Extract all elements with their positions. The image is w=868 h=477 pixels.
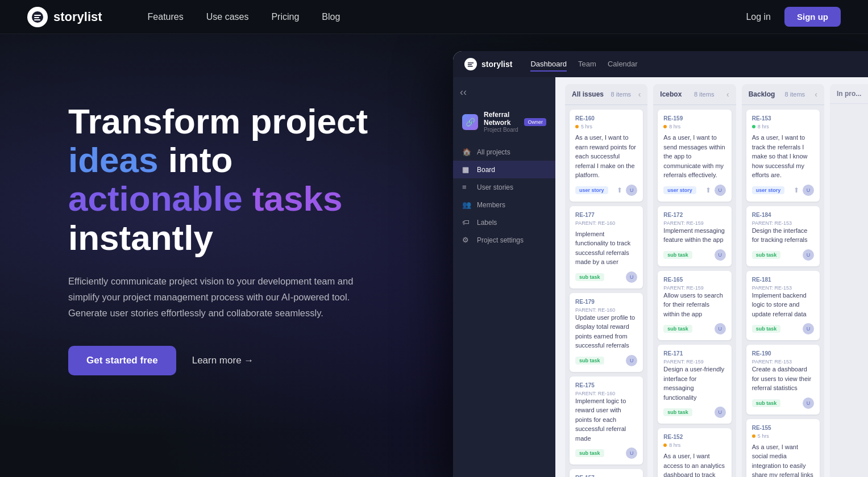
card-tag: sub task — [575, 273, 604, 281]
nav-blog[interactable]: Blog — [322, 12, 340, 22]
column-all-issues-collapse[interactable]: ‹ — [638, 90, 641, 99]
card-RE-184: RE-184 PARENT: RE-153 Design the interfa… — [746, 206, 820, 266]
card-text: Implement backend logic to store and upd… — [752, 291, 814, 319]
card-parent: PARENT: RE-153 — [752, 285, 814, 291]
hero-title: Transform project ideas into actionable … — [68, 102, 387, 257]
card-footer: sub task U — [575, 447, 637, 459]
hero-title-instantly: instantly — [68, 218, 213, 257]
svg-rect-1 — [34, 15, 41, 16]
brand-logo[interactable]: storylist — [27, 7, 102, 27]
card-id: RE-190 — [752, 350, 814, 357]
card-RE-177: RE-177 PARENT: RE-160 Implement function… — [570, 206, 643, 288]
card-tag: user story — [575, 186, 608, 194]
card-parent: PARENT: RE-153 — [752, 359, 814, 365]
nav-use-cases[interactable]: Use cases — [206, 12, 249, 22]
sidebar-item-project-settings[interactable]: ⚙ Project settings — [453, 231, 555, 249]
card-text: As a user, I want access to an analytics… — [663, 451, 725, 477]
hero-title-line1: Transform project — [68, 102, 368, 141]
card-id: RE-177 — [575, 212, 637, 218]
column-icebox-title: Icebox — [660, 90, 682, 98]
card-id: RE-171 — [663, 350, 725, 357]
card-id: RE-153 — [752, 115, 814, 122]
card-RE-152: RE-152 8 hrs As a user, I want access to… — [658, 428, 731, 477]
card-tag: sub task — [663, 251, 692, 259]
get-started-button[interactable]: Get started free — [68, 346, 176, 375]
card-parent: PARENT: RE-159 — [663, 220, 725, 226]
list-icon: ≡ — [462, 183, 471, 191]
card-parent: PARENT: RE-160 — [575, 391, 637, 396]
home-icon: 🏠 — [462, 148, 471, 156]
card-avatar: U — [715, 323, 726, 334]
card-footer: sub task U — [752, 249, 814, 261]
svg-rect-4 — [468, 62, 474, 64]
sidebar-label-user-stories: User stories — [477, 183, 513, 191]
app-topbar: storylist Dashboard Team Calendar — [453, 51, 868, 77]
card-footer: sub task U — [752, 323, 814, 334]
card-hours: 8 hrs — [752, 124, 814, 129]
column-backlog-collapse[interactable]: ‹ — [815, 90, 817, 99]
sidebar-item-board[interactable]: ▦ Board — [453, 161, 555, 178]
card-avatar: U — [803, 185, 814, 196]
card-actions: ⬆ U — [705, 185, 726, 196]
sidebar-item-members[interactable]: 👥 Members — [453, 196, 555, 214]
card-text: Update user profile to display total rew… — [575, 313, 637, 350]
card-id: RE-175 — [575, 382, 637, 388]
card-RE-181: RE-181 PARENT: RE-153 Implement backend … — [746, 271, 820, 341]
card-hours: 5 hrs — [575, 124, 637, 129]
card-RE-171: RE-171 PARENT: RE-159 Design a user-frie… — [658, 345, 731, 424]
card-text: As a user, I want social media integrati… — [752, 442, 814, 478]
board-columns: All issues 8 items ‹ RE-160 5 hrs As a u… — [555, 77, 868, 477]
learn-more-button[interactable]: Learn more → — [192, 355, 254, 366]
card-id: RE-160 — [575, 115, 637, 122]
nav-features[interactable]: Features — [148, 12, 184, 22]
card-share-icon[interactable]: ⬆ — [617, 186, 622, 194]
card-avatar: U — [803, 398, 814, 409]
column-backlog-count: 8 items — [785, 91, 805, 98]
sidebar-label-project-settings: Project settings — [477, 236, 524, 244]
hero-title-tasks: tasks — [252, 179, 343, 218]
card-tag: sub task — [663, 408, 692, 416]
sidebar-item-labels[interactable]: 🏷 Labels — [453, 214, 555, 231]
card-parent: PARENT: RE-160 — [575, 220, 637, 226]
app-tab-team[interactable]: Team — [578, 57, 596, 72]
card-parent: PARENT: RE-159 — [663, 285, 725, 291]
app-logo: storylist — [464, 58, 512, 70]
card-RE-175: RE-175 PARENT: RE-160 Implement logic to… — [570, 376, 643, 465]
login-link[interactable]: Log in — [746, 12, 771, 22]
card-actions: ⬆ U — [794, 185, 814, 196]
card-hours: 8 hrs — [663, 124, 725, 129]
sidebar-project-header: 🔗 Referral Network Project Board Owner — [453, 105, 555, 139]
nav-pricing[interactable]: Pricing — [271, 12, 299, 22]
card-footer: sub task U — [752, 398, 814, 409]
column-icebox-header: Icebox 8 items ‹ — [653, 84, 736, 105]
card-id: RE-165 — [663, 277, 725, 283]
app-tab-dashboard[interactable]: Dashboard — [530, 57, 567, 72]
project-sub: Project Board — [484, 127, 518, 133]
column-icebox: Icebox 8 items ‹ RE-159 8 hrs As a user,… — [653, 84, 736, 477]
sidebar-item-all-projects[interactable]: 🏠 All projects — [453, 143, 555, 161]
app-body: ‹‹ 🔗 Referral Network Project Board Owne… — [453, 77, 868, 477]
sidebar-item-user-stories[interactable]: ≡ User stories — [453, 178, 555, 196]
card-avatar: U — [803, 249, 814, 261]
card-tag: sub task — [663, 325, 692, 333]
card-hours: 5 hrs — [752, 433, 814, 439]
svg-rect-3 — [34, 19, 40, 20]
column-backlog-title: Backlog — [749, 90, 775, 98]
card-share-icon[interactable]: ⬆ — [705, 186, 711, 194]
labels-icon: 🏷 — [462, 218, 471, 227]
signup-button[interactable]: Sign up — [784, 7, 841, 27]
sidebar-collapse-btn[interactable]: ‹‹ — [453, 86, 555, 105]
card-RE-159: RE-159 8 hrs As a user, I want to send m… — [658, 110, 731, 202]
column-icebox-collapse[interactable]: ‹ — [726, 90, 729, 99]
card-footer: sub task U — [575, 355, 637, 366]
column-icebox-cards: RE-159 8 hrs As a user, I want to send m… — [653, 105, 736, 477]
card-hours: 8 hrs — [663, 442, 725, 448]
card-tag: user story — [663, 186, 696, 194]
card-share-icon[interactable]: ⬆ — [794, 186, 799, 194]
column-all-issues-cards: RE-160 5 hrs As a user, I want to earn r… — [565, 105, 647, 477]
hero-title-ideas: ideas — [68, 140, 159, 179]
card-parent: PARENT: RE-153 — [752, 220, 814, 226]
app-tab-calendar[interactable]: Calendar — [608, 57, 638, 72]
svg-rect-6 — [468, 66, 473, 67]
card-dot — [663, 125, 667, 128]
